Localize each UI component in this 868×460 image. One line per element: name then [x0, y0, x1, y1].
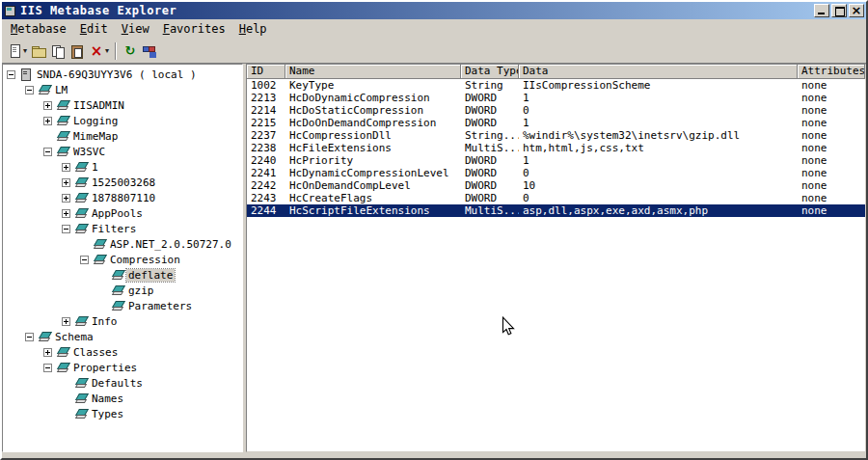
expand-icon[interactable] — [62, 163, 70, 172]
tree-item-label[interactable]: Types — [90, 408, 125, 420]
tree-item-asp-net-2-0-50727-0[interactable]: ASP.NET_2.0.50727.0 — [3, 236, 242, 252]
tree-item-label[interactable]: W3SVC — [71, 146, 107, 158]
tree-item-label[interactable]: Logging — [71, 115, 120, 127]
menu-view[interactable]: View — [115, 20, 156, 38]
collapse-icon[interactable] — [25, 333, 34, 341]
collapse-icon[interactable] — [7, 70, 15, 79]
toolbar: ▾▾ — [2, 39, 866, 64]
tree-item-label[interactable]: IISADMIN — [71, 99, 126, 112]
tree-item-schema[interactable]: Schema — [3, 329, 242, 344]
table-cell: 2215 — [247, 117, 285, 129]
db-icon — [73, 392, 87, 404]
table-row-2241[interactable]: 2241HcDynamicCompressionLevelDWORD0none — [247, 167, 865, 179]
dropdown-arrow-icon[interactable]: ▾ — [23, 46, 27, 55]
tree-item-label[interactable]: SNDA-69Q3UYY3V6 ( local ) — [35, 68, 199, 81]
tree-item-w3svc[interactable]: W3SVC — [3, 144, 242, 159]
tree-item-1525003268[interactable]: 1525003268 — [3, 175, 242, 190]
tree-item-label[interactable]: LM — [53, 84, 69, 96]
menu-metabase[interactable]: Metabase — [4, 20, 73, 38]
collapse-icon[interactable] — [43, 148, 52, 156]
table-row-2238[interactable]: 2238HcFileExtensionsMultiS...htm,html,js… — [247, 142, 865, 154]
menu-edit[interactable]: Edit — [73, 20, 115, 38]
expand-icon[interactable] — [43, 101, 52, 110]
open-button[interactable] — [29, 41, 48, 62]
tree-item-lm[interactable]: LM — [3, 82, 242, 97]
table-row-2213[interactable]: 2213HcDoDynamicCompressionDWORD1none — [247, 92, 865, 104]
refresh-button[interactable] — [121, 41, 140, 62]
tree-item-label[interactable]: Classes — [71, 346, 120, 359]
table-row-2237[interactable]: 2237HcCompressionDllString...%windir%\sy… — [247, 129, 865, 142]
tree-item-label[interactable]: Defaults — [90, 377, 145, 390]
tree-item-gzip[interactable]: gzip — [3, 283, 242, 298]
menu-help[interactable]: Help — [232, 20, 274, 38]
connect-button[interactable] — [140, 41, 159, 62]
expand-icon[interactable] — [62, 178, 70, 187]
table-row-2240[interactable]: 2240HcPriorityDWORD1none — [247, 154, 865, 167]
expand-icon[interactable] — [62, 194, 70, 203]
tree-item-info[interactable]: Info — [3, 313, 242, 329]
tree-item-types[interactable]: Types — [3, 406, 242, 421]
tree-item-label[interactable]: Filters — [90, 223, 138, 235]
tree-item-label[interactable]: ASP.NET_2.0.50727.0 — [108, 238, 233, 251]
collapse-icon[interactable] — [43, 364, 52, 372]
tree-item-label[interactable]: Compression — [108, 254, 182, 266]
tree-item-defaults[interactable]: Defaults — [3, 375, 242, 391]
tree-item-filters[interactable]: Filters — [3, 221, 242, 236]
tree-item-label[interactable]: AppPools — [90, 207, 145, 220]
tree-item-label[interactable]: 1 — [90, 161, 100, 174]
tree-item-classes[interactable]: Classes — [3, 344, 242, 360]
delete-button[interactable]: ▾ — [87, 41, 111, 62]
title-bar[interactable]: IIS Metabase Explorer — [2, 2, 866, 19]
column-header-data[interactable]: Data — [519, 65, 798, 79]
tree-item-deflate[interactable]: deflate — [3, 267, 242, 283]
column-header-id[interactable]: ID — [247, 65, 285, 79]
close-button[interactable] — [849, 4, 864, 17]
expand-icon[interactable] — [62, 209, 70, 218]
tree-item-label[interactable]: Properties — [71, 362, 139, 374]
tree-item-label[interactable]: Parameters — [126, 300, 194, 312]
table-cell: 2243 — [247, 192, 285, 204]
new-key-button[interactable]: ▾ — [5, 41, 29, 62]
tree-item-label[interactable]: gzip — [126, 284, 156, 297]
column-header-name[interactable]: Name — [285, 65, 461, 79]
tree-item-label[interactable]: deflate — [126, 269, 175, 282]
column-header-data-type[interactable]: Data Type — [461, 65, 519, 79]
tree-item-properties[interactable]: Properties — [3, 360, 242, 375]
collapse-icon[interactable] — [25, 86, 34, 95]
paste-button[interactable] — [68, 41, 87, 62]
tree-item-parameters[interactable]: Parameters — [3, 298, 242, 313]
minimize-button[interactable] — [814, 4, 829, 17]
menu-favorites[interactable]: Favorites — [156, 20, 232, 38]
collapse-icon[interactable] — [62, 225, 70, 233]
tree-item-label[interactable]: 1878807110 — [90, 192, 157, 204]
tree-item-1878807110[interactable]: 1878807110 — [3, 190, 242, 205]
table-row-2243[interactable]: 2243HcCreateFlagsDWORD0none — [247, 192, 865, 204]
tree-item-label[interactable]: MimeMap — [71, 130, 120, 143]
expand-icon[interactable] — [43, 117, 52, 125]
table-row-2214[interactable]: 2214HcDoStaticCompressionDWORD0none — [247, 104, 865, 117]
table-row-2244[interactable]: 2244HcScriptFileExtensionsMultiS...asp,d… — [247, 204, 865, 217]
table-row-1002[interactable]: 1002KeyTypeStringIIsCompressionSchemenon… — [247, 79, 865, 92]
tree-item-label[interactable]: Schema — [53, 331, 95, 343]
tree-item-label[interactable]: 1525003268 — [90, 176, 157, 189]
collapse-icon[interactable] — [80, 256, 89, 264]
expand-icon[interactable] — [43, 348, 52, 357]
db-icon — [55, 346, 68, 358]
tree-item-mimemap[interactable]: MimeMap — [3, 128, 242, 144]
copy-button[interactable] — [48, 41, 68, 62]
table-row-2242[interactable]: 2242HcOnDemandCompLevelDWORD10none — [247, 179, 865, 192]
tree-item-logging[interactable]: Logging — [3, 113, 242, 128]
dropdown-arrow-icon[interactable]: ▾ — [105, 46, 109, 55]
tree-item-label[interactable]: Names — [90, 392, 125, 405]
tree-item-names[interactable]: Names — [3, 391, 242, 406]
column-header-attributes[interactable]: Attributes — [798, 65, 865, 79]
tree-item-apppools[interactable]: AppPools — [3, 205, 242, 221]
tree-item-1[interactable]: 1 — [3, 159, 242, 175]
tree-item-snda-69q3uyy3v6-local[interactable]: SNDA-69Q3UYY3V6 ( local ) — [3, 67, 242, 82]
tree-item-iisadmin[interactable]: IISADMIN — [3, 97, 242, 113]
maximize-button[interactable] — [831, 4, 847, 17]
expand-icon[interactable] — [62, 317, 70, 326]
tree-item-compression[interactable]: Compression — [3, 252, 242, 267]
table-row-2215[interactable]: 2215HcDoOnDemandCompressionDWORD1none — [247, 117, 865, 129]
tree-item-label[interactable]: Info — [90, 315, 120, 328]
